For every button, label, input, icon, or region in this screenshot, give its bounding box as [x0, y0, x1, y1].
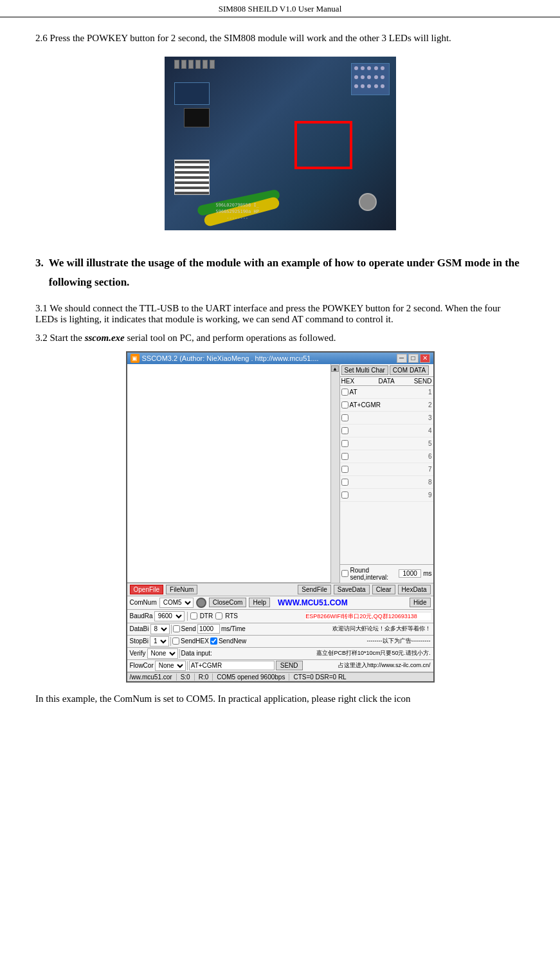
pcb-capacitor	[359, 193, 377, 211]
sscom-settings-row2: DataBi 8 Send ms/Time 欢迎访问大虾论坛！众多大虾等着你！	[127, 623, 433, 636]
sscom-maximize-button[interactable]: □	[408, 354, 419, 363]
pcb-image-container: S96L020790S58 I_ S966S292S190a HP ------…	[35, 57, 525, 233]
sscom-baud-label: BaudRa	[130, 612, 153, 619]
sscom-text-area[interactable]	[127, 364, 330, 583]
sscom-row-1-check[interactable]	[341, 389, 348, 396]
sscom-clear-button[interactable]: Clear	[372, 585, 395, 594]
section-31-label: 3.1	[35, 303, 48, 313]
sscom-open-file-button[interactable]: OpenFile	[130, 585, 164, 594]
sscom-row: 4	[340, 425, 433, 437]
sscom-status-com: COM5 opened 9600bps	[217, 674, 289, 681]
sscom-row: 6	[340, 450, 433, 463]
sscom-toolbar1: OpenFile FileNum SendFile SaveData Clear…	[127, 583, 433, 596]
sscom-row-8-check[interactable]	[341, 479, 348, 486]
sscom-titlebar-text: SSCOM3.2 (Author: NieXiaoMeng . http://w…	[142, 354, 319, 362]
sscom-set-multi-char-tab[interactable]: Set Multi Char	[341, 365, 388, 375]
sscom-row-2-check[interactable]	[341, 401, 348, 408]
sscom-scroll-up[interactable]: ▲	[331, 365, 339, 372]
sscom-dtr-check[interactable]	[190, 612, 197, 619]
sscom-stopbits-select[interactable]: 1	[150, 636, 169, 647]
sscom-sendnew-check[interactable]	[210, 638, 217, 645]
sscom-row-5-num: 5	[419, 440, 432, 447]
sscom-row-5-check[interactable]	[341, 440, 348, 447]
sscom-round-send-check[interactable]	[341, 570, 348, 577]
sscom-advert-line2: 欢迎访问大虾论坛！众多大虾等着你！	[332, 625, 431, 632]
sscom-round-send: Round send,interval: ms	[340, 564, 433, 583]
sscom-mcu-link[interactable]: WWW.MCU51.COM	[278, 598, 348, 607]
sscom-row: AT 1	[340, 386, 433, 399]
sscom-row-2-data: AT+CGMR	[348, 401, 419, 408]
sscom-dtr-label: DTR	[200, 612, 213, 619]
pcb-image: S96L020790S58 I_ S966S292S190a HP ------…	[165, 57, 396, 230]
sscom-row-9-num: 9	[419, 491, 432, 499]
sscom-flowctrl-label: FlowCor	[130, 662, 154, 669]
sscom-baud-field: BaudRa 9600	[130, 611, 185, 621]
sscom-baud-select[interactable]: 9600	[154, 611, 185, 621]
sscom-minimize-button[interactable]: ─	[397, 354, 407, 363]
sscom-rts-check[interactable]	[215, 612, 222, 619]
sscom-send-check[interactable]	[173, 625, 180, 632]
sscom-databits-field: DataBi 8	[130, 624, 170, 634]
sscom-round-send-label: Round send,interval:	[350, 567, 397, 581]
sscom-advert-line4: 嘉立创PCB打样10*10cm只要50元.请找小方.	[316, 650, 430, 656]
sscom-verify-select[interactable]: None	[147, 648, 178, 659]
sscom-rts-label: RTS	[225, 612, 238, 619]
sscom-right-cols: HEX DATA SEND	[340, 377, 433, 386]
sscom-row-4-check[interactable]	[341, 427, 348, 434]
sscom-status-cts: CTS=0 DSR=0 RL	[293, 674, 350, 681]
sscom-row: 9	[340, 489, 433, 502]
sscom-stopbits-field: StopBi 1	[130, 636, 169, 647]
sscom-row: 7	[340, 463, 433, 476]
sscom-file-num-button[interactable]: FileNum	[166, 585, 197, 594]
sscom-verify-field: Verify None	[130, 648, 178, 659]
sscom-window-buttons[interactable]: ─ □ ✕	[397, 354, 430, 363]
sscom-advert-line3-container: --------以下为广告----------	[367, 637, 431, 645]
sscom-ms-input[interactable]	[197, 624, 220, 634]
sscom-col-hex-label: HEX	[341, 378, 364, 385]
sscom-sendnew-label: SendNew	[219, 638, 246, 645]
sscom-status-bar: /ww.mcu51.cor S:0 R:0 COM5 opened 9600bp…	[127, 672, 433, 681]
sscom-settings-row5: FlowCor None SEND 占这里进入http://www.sz-ilc…	[127, 660, 433, 672]
sscom-data-input-field[interactable]	[189, 661, 275, 670]
sscom-scrollbar[interactable]: ▲	[330, 364, 339, 583]
section-31-text: We should connect the TTL-USB to the UAR…	[35, 303, 501, 324]
sscom-com-num-label: ComNum	[130, 599, 157, 606]
sscom-save-data-button[interactable]: SaveData	[334, 585, 370, 594]
sscom-com-data-tab[interactable]: COM DATA	[390, 365, 429, 375]
section-32-text-prefix: Start the	[50, 333, 85, 343]
sscom-titlebar-title: ▣ SSCOM3.2 (Author: NieXiaoMeng . http:/…	[131, 354, 319, 363]
sscom-com-num-select[interactable]: COM5	[159, 598, 194, 608]
sscom-main-area: ▲	[127, 364, 340, 583]
sscom-close-button[interactable]: ✕	[420, 354, 430, 363]
sscom-help-button[interactable]: Help	[249, 598, 270, 607]
sscom-hide-button[interactable]: Hide	[410, 598, 431, 607]
sscom-send-file-button[interactable]: SendFile	[298, 585, 330, 594]
sscom-app-icon: ▣	[131, 354, 140, 363]
sscom-hex-data-button[interactable]: HexData	[398, 585, 431, 594]
sscom-row-9-check[interactable]	[341, 491, 348, 499]
sscom-sendhex-check[interactable]	[172, 638, 179, 645]
sscom-row-8-num: 8	[419, 479, 432, 486]
sscom-databits-select[interactable]: 8	[150, 624, 170, 634]
sscom-col-data-label: DATA	[364, 378, 410, 385]
sscom-row-6-check[interactable]	[341, 453, 348, 460]
sscom-row: AT+CGMR 2	[340, 399, 433, 412]
section-3-heading: We will illustrate the usage of the modu…	[49, 253, 525, 293]
sscom-send-button[interactable]: SEND	[276, 661, 303, 670]
sscom-right-header: Set Multi Char COM DATA	[340, 364, 433, 377]
sscom-text-scroll: ▲	[127, 364, 339, 583]
section-3-container: 3. We will illustrate the usage of the m…	[35, 244, 525, 297]
sscom-row-1-num: 1	[419, 389, 432, 396]
sscom-row-4-num: 4	[419, 427, 432, 434]
content: 2.6 Press the POWKEY button for 2 second…	[0, 29, 560, 708]
sscom-advert-area: ESP8266WIFI转串口20元,QQ群120693138	[305, 612, 430, 621]
sscom-settings-row3: StopBi 1 SendHEX SendNew --------以下为广告--…	[127, 636, 433, 648]
sscom-data-input-label: Data input:	[181, 650, 212, 657]
sscom-close-com-button[interactable]: CloseCom	[209, 598, 247, 607]
sscom-row-7-check[interactable]	[341, 466, 348, 473]
sscom-interval-input[interactable]	[399, 569, 421, 578]
pcb-connector	[174, 60, 215, 69]
bottom-text: In this example, the ComNum is set to CO…	[35, 690, 525, 708]
sscom-row-3-check[interactable]	[341, 414, 348, 421]
sscom-flowctrl-select[interactable]: None	[155, 661, 186, 671]
